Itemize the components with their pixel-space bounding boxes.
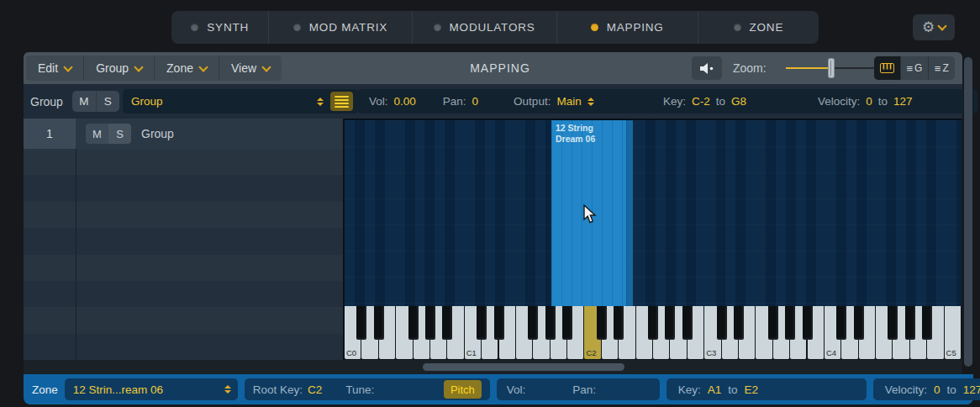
black-key[interactable] bbox=[374, 306, 384, 340]
group-solo-button[interactable]: S bbox=[96, 91, 120, 112]
group-list-empty-row[interactable] bbox=[24, 202, 343, 228]
zone-velocity-low-value[interactable]: 0 bbox=[934, 383, 940, 396]
black-key[interactable] bbox=[597, 306, 607, 340]
group-row-name: Group bbox=[141, 127, 174, 140]
black-key[interactable] bbox=[803, 306, 813, 340]
group-list-empty-row[interactable] bbox=[24, 175, 343, 201]
black-key[interactable] bbox=[682, 306, 693, 340]
tab-modulators[interactable]: MODULATORS bbox=[412, 11, 556, 44]
list-lines-icon: ≡ bbox=[907, 63, 914, 74]
zoom-slider-filled-track bbox=[786, 67, 832, 69]
pitch-toggle-button[interactable]: Pitch bbox=[444, 380, 482, 399]
zone-mapping-area[interactable]: 12 StringDream 0612 StringDream 06 bbox=[345, 119, 962, 306]
tab-label: MAPPING bbox=[607, 21, 664, 34]
group-list-empty-row[interactable] bbox=[24, 149, 343, 175]
key-low-value[interactable]: C-2 bbox=[692, 95, 710, 108]
black-key[interactable] bbox=[425, 306, 435, 340]
preview-audio-button[interactable] bbox=[692, 56, 722, 80]
row-mute-button[interactable]: M bbox=[86, 124, 108, 144]
black-key[interactable] bbox=[854, 306, 864, 340]
zone-select[interactable]: 12 Strin...ream 06 bbox=[65, 378, 238, 400]
menu-label: Zone bbox=[166, 61, 193, 75]
black-key[interactable] bbox=[562, 306, 572, 340]
tab-mod-matrix[interactable]: MOD MATRIX bbox=[268, 11, 411, 44]
group-list-empty-row[interactable] bbox=[24, 228, 343, 254]
black-key[interactable] bbox=[922, 306, 932, 340]
group-list-view-button[interactable]: ≡ G bbox=[900, 56, 927, 80]
settings-menu-button[interactable]: ⚙ bbox=[913, 14, 955, 40]
zone-menu[interactable]: Zone bbox=[154, 56, 219, 81]
speaker-icon bbox=[699, 62, 715, 75]
zone-vol-label: Vol: bbox=[507, 383, 526, 396]
black-key[interactable] bbox=[785, 306, 795, 340]
horizontal-scrollbar[interactable] bbox=[24, 360, 962, 374]
pan-value[interactable]: 0 bbox=[472, 95, 479, 108]
root-key-value[interactable]: C2 bbox=[308, 383, 322, 396]
velocity-label: Velocity: bbox=[818, 95, 860, 108]
zone-key-high-value[interactable]: E2 bbox=[745, 383, 759, 396]
black-key[interactable] bbox=[408, 306, 419, 340]
black-key[interactable] bbox=[477, 306, 487, 340]
group-menu[interactable]: Group bbox=[83, 56, 154, 81]
black-key[interactable] bbox=[614, 306, 624, 340]
zoom-slider-handle[interactable] bbox=[828, 58, 835, 78]
group-list-panel: 1 M S Group bbox=[24, 119, 343, 360]
octave-label: C3 bbox=[706, 348, 716, 357]
keyboard-view-button[interactable] bbox=[874, 56, 900, 80]
group-list-empty-row[interactable] bbox=[24, 281, 343, 307]
vertical-scrollbar[interactable] bbox=[963, 52, 973, 374]
black-key[interactable] bbox=[888, 306, 898, 340]
row-solo-button[interactable]: S bbox=[108, 124, 131, 144]
group-list-empty-row[interactable] bbox=[24, 255, 343, 281]
group-list-toggle-button[interactable] bbox=[330, 92, 353, 111]
tab-synth[interactable]: SYNTH bbox=[171, 11, 268, 44]
group-mute-button[interactable]: M bbox=[72, 91, 96, 112]
group-list-empty-row[interactable] bbox=[24, 307, 343, 333]
group-select[interactable]: Group bbox=[123, 89, 358, 114]
group-list-empty-row[interactable] bbox=[24, 334, 343, 360]
black-key[interactable] bbox=[734, 306, 744, 340]
output-value[interactable]: Main bbox=[556, 95, 581, 108]
group-list-row[interactable]: 1 M S Group bbox=[24, 119, 343, 149]
keyboard[interactable]: C0C1C2C3C4C5 bbox=[345, 306, 962, 360]
velocity-low-value[interactable]: 0 bbox=[866, 95, 872, 108]
tab-led-icon bbox=[434, 24, 441, 31]
black-key[interactable] bbox=[442, 306, 452, 340]
velocity-high-value[interactable]: 127 bbox=[893, 95, 913, 108]
view-menu[interactable]: View bbox=[219, 56, 282, 81]
group-mix-box: Vol: 0.00 Pan: 0 Output: Main bbox=[357, 89, 671, 114]
edit-menu[interactable]: Edit bbox=[26, 56, 83, 81]
black-key[interactable] bbox=[356, 306, 366, 340]
black-key[interactable] bbox=[528, 306, 538, 340]
black-key[interactable] bbox=[905, 306, 915, 340]
black-key[interactable] bbox=[836, 306, 846, 340]
key-high-value[interactable]: G8 bbox=[731, 95, 746, 108]
menu-label: Group bbox=[96, 61, 129, 75]
zone-key-label: Key: bbox=[678, 383, 701, 396]
black-key[interactable] bbox=[717, 306, 727, 340]
white-key[interactable]: C5 bbox=[945, 306, 962, 359]
vol-value[interactable]: 0.00 bbox=[394, 95, 416, 108]
to-label: to bbox=[947, 383, 956, 396]
black-key[interactable] bbox=[665, 306, 675, 340]
zone-select-value: 12 Strin...ream 06 bbox=[73, 383, 163, 396]
black-key[interactable] bbox=[494, 306, 504, 340]
vertical-scrollbar-thumb[interactable] bbox=[964, 57, 972, 367]
group-row-number-cell bbox=[24, 149, 76, 175]
tab-zone[interactable]: ZONE bbox=[698, 11, 819, 44]
black-key[interactable] bbox=[648, 306, 658, 340]
horizontal-scrollbar-thumb[interactable] bbox=[423, 363, 624, 371]
zone-velocity-high-value[interactable]: 127 bbox=[963, 383, 980, 396]
group-row-number: 1 bbox=[24, 119, 76, 149]
black-key[interactable] bbox=[768, 306, 778, 340]
tab-mapping[interactable]: MAPPING bbox=[556, 11, 698, 44]
mapping-toolbar: Edit Group Zone View MAPPING Zoom: bbox=[24, 52, 962, 84]
zone-key-low-value[interactable]: A1 bbox=[708, 383, 722, 396]
tab-led-icon bbox=[293, 24, 301, 31]
black-key[interactable] bbox=[545, 306, 556, 340]
group-row-number-cell bbox=[24, 307, 76, 333]
sample-zone-selected[interactable]: 12 StringDream 06 bbox=[551, 120, 626, 306]
view-toggle-group: ≡ G ≡ Z bbox=[874, 56, 955, 80]
select-chevrons-icon bbox=[317, 98, 324, 106]
zone-list-view-button[interactable]: ≡ Z bbox=[928, 56, 955, 80]
